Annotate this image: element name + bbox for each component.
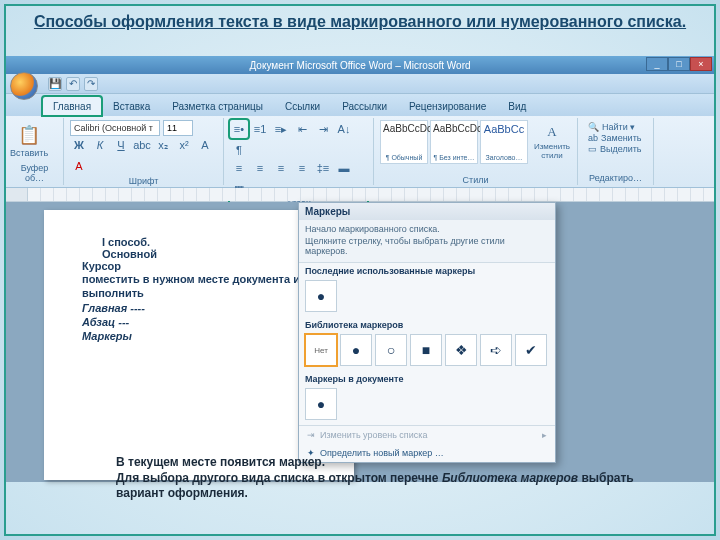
popup-section-library: Библиотека маркеров <box>299 317 555 331</box>
justify-button[interactable]: ≡ <box>293 159 311 177</box>
popup-title: Маркеры <box>299 203 555 220</box>
maximize-button[interactable]: □ <box>668 57 690 71</box>
clipboard-icon: 📋 <box>18 124 40 146</box>
bullet-doc-disc[interactable]: ● <box>305 388 337 420</box>
slide-title: Способы оформления текста в виде маркиро… <box>6 6 714 35</box>
sort-button[interactable]: A↓ <box>335 120 353 138</box>
find-icon: 🔍 <box>588 122 599 132</box>
tab-layout[interactable]: Разметка страницы <box>161 96 274 116</box>
minimize-button[interactable]: _ <box>646 57 668 71</box>
select-button[interactable]: ▭Выделить <box>588 144 643 154</box>
line-spacing-button[interactable]: ‡≡ <box>314 159 332 177</box>
italic-button[interactable]: К <box>91 136 109 154</box>
document-area: I способ. Основной Курсор поместить в ну… <box>6 202 714 482</box>
paste-button[interactable]: 📋 Вставить <box>12 120 46 162</box>
bullets-button[interactable]: ≡• <box>230 120 248 138</box>
bullets-popup: Маркеры Начало маркированного списка. Ще… <box>298 202 556 463</box>
shading-button[interactable]: ▬ <box>335 159 353 177</box>
window-title: Документ Microsoft Office Word – Microso… <box>249 60 470 71</box>
tab-review[interactable]: Рецензирование <box>398 96 497 116</box>
office-button[interactable] <box>10 72 38 100</box>
tab-mailings[interactable]: Рассылки <box>331 96 398 116</box>
popup-section-document: Маркеры в документе <box>299 371 555 385</box>
indent-decrease-button[interactable]: ⇤ <box>293 120 311 138</box>
chevron-right-icon: ▸ <box>542 430 547 440</box>
highlight-button[interactable]: A <box>196 136 214 154</box>
multilevel-button[interactable]: ≡▸ <box>272 120 290 138</box>
show-marks-button[interactable]: ¶ <box>230 141 248 159</box>
align-left-button[interactable]: ≡ <box>230 159 248 177</box>
group-styles-label: Стили <box>374 174 577 185</box>
change-styles-button[interactable]: A Изменить стили <box>532 120 572 164</box>
bullet-circle[interactable]: ○ <box>375 334 407 366</box>
subscript-button[interactable]: x₂ <box>154 136 172 154</box>
numbering-button[interactable]: ≡1 <box>251 120 269 138</box>
font-name-combo[interactable]: Calibri (Основной т <box>70 120 160 136</box>
font-size-combo[interactable]: 11 <box>163 120 193 136</box>
align-center-button[interactable]: ≡ <box>251 159 269 177</box>
bullet-arrow[interactable]: ➪ <box>480 334 512 366</box>
styles-a-icon: A <box>547 124 556 140</box>
bullet-disc[interactable]: ● <box>340 334 372 366</box>
popup-section-recent: Последние использованные маркеры <box>299 263 555 277</box>
bullet-square[interactable]: ■ <box>410 334 442 366</box>
undo-icon[interactable]: ↶ <box>66 77 80 91</box>
bullet-recent-disc[interactable]: ● <box>305 280 337 312</box>
indent-icon: ⇥ <box>307 430 315 440</box>
indent-increase-button[interactable]: ⇥ <box>314 120 332 138</box>
bold-button[interactable]: Ж <box>70 136 88 154</box>
tab-references[interactable]: Ссылки <box>274 96 331 116</box>
slide-bottom-text: В текущем месте появится маркер. Для выб… <box>116 455 636 502</box>
style-no-spacing[interactable]: AaBbCcDc ¶ Без инте… <box>430 120 478 164</box>
popup-change-level: ⇥ Изменить уровень списка ▸ <box>299 426 555 444</box>
style-heading1[interactable]: AaBbCc Заголово… <box>480 120 528 164</box>
group-font-label: Шрифт <box>70 175 217 186</box>
tab-view[interactable]: Вид <box>497 96 537 116</box>
strike-button[interactable]: abc <box>133 136 151 154</box>
bullet-none[interactable]: Нет <box>305 334 337 366</box>
word-window: Документ Microsoft Office Word – Microso… <box>6 56 714 456</box>
bullet-4diamond[interactable]: ❖ <box>445 334 477 366</box>
style-normal[interactable]: AaBbCcDc ¶ Обычный <box>380 120 428 164</box>
tab-home[interactable]: Главная <box>42 96 102 116</box>
group-clipboard-label: Буфер об… <box>12 162 57 183</box>
font-color-button[interactable]: A <box>70 157 88 175</box>
find-button[interactable]: 🔍Найти ▾ <box>588 122 643 132</box>
select-icon: ▭ <box>588 144 597 154</box>
save-icon[interactable]: 💾 <box>48 77 62 91</box>
ribbon-body: 📋 Вставить Буфер об… Calibri (Основной т… <box>6 116 714 188</box>
ruler <box>6 188 714 202</box>
align-right-button[interactable]: ≡ <box>272 159 290 177</box>
window-titlebar: Документ Microsoft Office Word – Microso… <box>6 56 714 74</box>
bullet-check[interactable]: ✔ <box>515 334 547 366</box>
redo-icon[interactable]: ↷ <box>84 77 98 91</box>
ribbon-tabs: Главная Вставка Разметка страницы Ссылки… <box>6 94 714 116</box>
quick-access-toolbar: 💾 ↶ ↷ <box>6 74 714 94</box>
popup-description: Начало маркированного списка. Щелкните с… <box>299 220 555 263</box>
close-button[interactable]: × <box>690 57 712 71</box>
superscript-button[interactable]: x² <box>175 136 193 154</box>
group-editing-label: Редактиро… <box>584 172 647 183</box>
underline-button[interactable]: Ч <box>112 136 130 154</box>
replace-icon: ab <box>588 133 598 143</box>
tab-insert[interactable]: Вставка <box>102 96 161 116</box>
replace-button[interactable]: abЗаменить <box>588 133 643 143</box>
